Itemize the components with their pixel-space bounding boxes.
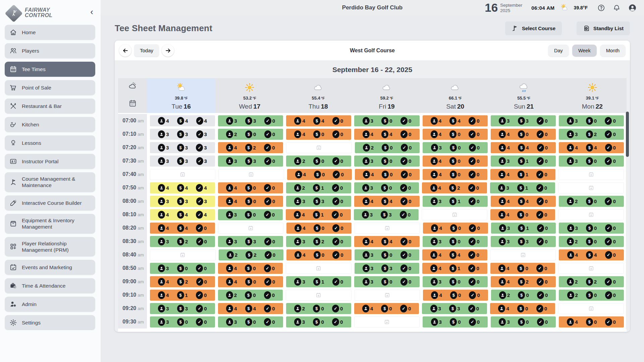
- tee-slot-orange[interactable]: 4 $ 4 ✓ 0: [150, 223, 215, 234]
- tee-slot-green[interactable]: 3 $ 2 ✓ 0: [559, 129, 624, 140]
- tee-slot-empty[interactable]: [286, 290, 352, 301]
- tee-slot-green[interactable]: 2 $ 0 ✓ 0: [286, 156, 351, 167]
- help-icon[interactable]: [597, 4, 605, 12]
- previous-week-button[interactable]: [119, 44, 131, 57]
- sidebar-item-equipment-inventory-management[interactable]: Equipment & Inventory Management: [5, 214, 95, 234]
- tee-slot-green[interactable]: 3 $ 3 ✓ 0: [218, 115, 283, 126]
- tee-slot-orange[interactable]: 4 $ 1 ✓ 0: [422, 263, 487, 274]
- tee-slot-empty[interactable]: [218, 223, 284, 234]
- tee-slot-orange[interactable]: 4 $ 4 ✓ 0: [354, 129, 419, 140]
- tee-slot-orange[interactable]: 4 $ 0 ✓ 0: [559, 316, 624, 327]
- tee-slot-orange[interactable]: 4 $ 0 ✓ 0: [354, 303, 419, 314]
- tee-slot-green[interactable]: 3 $ 0 ✓ 0: [150, 263, 215, 274]
- tee-slot-orange[interactable]: 4 $ 4 ✓ 0: [354, 236, 419, 247]
- tee-slot-green[interactable]: 2 $ 2 ✓ 0: [559, 276, 624, 287]
- tee-slot-empty[interactable]: [355, 223, 420, 234]
- grid-scrollbar-thumb[interactable]: [626, 112, 629, 157]
- tee-slot-green[interactable]: 3 $ 0 ✓ 0: [354, 115, 419, 126]
- tee-slot-orange[interactable]: 4 $ 0 ✓ 0: [423, 169, 487, 180]
- tee-slot-orange[interactable]: 4 $ 2 ✓ 0: [422, 182, 487, 193]
- notifications-bell-icon[interactable]: [613, 4, 621, 12]
- tee-slot-empty[interactable]: [286, 142, 352, 153]
- tee-slot-today[interactable]: 3 $ 3 ✓ 3: [150, 142, 215, 153]
- tee-slot-orange[interactable]: 4 $ 0 ✓ 0: [490, 209, 555, 220]
- tee-slot-green[interactable]: 3 $ 1 ✓ 0: [491, 156, 556, 167]
- tee-slot-orange[interactable]: 4 $ 4 ✓ 0: [422, 249, 487, 260]
- tee-slot-orange[interactable]: 4 $ 1 ✓ 0: [490, 169, 555, 180]
- tee-slot-orange[interactable]: 4 $ 2 ✓ 0: [150, 276, 215, 287]
- tee-slot-empty[interactable]: [558, 182, 624, 193]
- tee-slot-green[interactable]: 3 $ 0 ✓ 0: [559, 156, 624, 167]
- tee-slot-green[interactable]: 3 $ 0 ✓ 0: [423, 142, 488, 153]
- tee-slot-orange[interactable]: 4 $ 4 ✓ 0: [423, 115, 488, 126]
- tee-slot-today[interactable]: 3 $ 3 ✓ 3: [150, 156, 215, 167]
- tee-slot-orange[interactable]: 4 $ 0 ✓ 0: [286, 249, 352, 260]
- tee-slot-green[interactable]: 3 $ 2 ✓ 0: [286, 236, 351, 247]
- tee-slot-empty[interactable]: [150, 169, 215, 180]
- standby-list-button[interactable]: Standby List: [577, 21, 630, 35]
- tee-slot-green[interactable]: 3 $ 0 ✓ 0: [354, 182, 419, 193]
- tee-slot-orange[interactable]: 4 $ 4 ✓ 0: [286, 115, 351, 126]
- tee-slot-orange[interactable]: 4 $ 1 ✓ 0: [286, 209, 351, 220]
- tee-slot-empty[interactable]: [150, 249, 216, 260]
- tee-slot-orange[interactable]: 4 $ 0 ✓ 0: [287, 169, 352, 180]
- tee-slot-orange[interactable]: 4 $ 0 ✓ 0: [355, 169, 420, 180]
- tee-slot-orange[interactable]: 4 $ 4 ✓ 0: [491, 196, 556, 207]
- tee-slot-green[interactable]: 2 $ 0 ✓ 0: [218, 290, 283, 301]
- sidebar-item-instructor-portal[interactable]: Instructor Portal: [5, 154, 95, 169]
- sidebar-collapse-button[interactable]: ‹: [90, 7, 95, 18]
- tee-slot-green[interactable]: 3 $ 3 ✓ 0: [218, 156, 283, 167]
- sidebar-item-settings[interactable]: Settings: [5, 315, 95, 330]
- tee-slot-green[interactable]: 3 $ 1 ✓ 0: [423, 196, 488, 207]
- tee-slot-green[interactable]: 3 $ 1 ✓ 0: [286, 276, 351, 287]
- tee-slot-green[interactable]: 3 $ 0 ✓ 0: [355, 249, 420, 260]
- tee-slot-orange[interactable]: 4 $ 0 ✓ 0: [218, 276, 283, 287]
- tee-slot-orange[interactable]: 4 $ 0 ✓ 0: [423, 223, 488, 234]
- tee-slot-green[interactable]: 3 $ 3 ✓ 0: [218, 236, 283, 247]
- tee-slot-empty[interactable]: [558, 263, 624, 274]
- tee-slot-green[interactable]: 3 $ 1 ✓ 0: [490, 182, 555, 193]
- tee-slot-green[interactable]: 3 $ 3 ✓ 0: [354, 209, 419, 220]
- sidebar-item-tee-times[interactable]: Tee Times: [5, 62, 95, 77]
- tee-slot-green[interactable]: 3 $ 1 ✓ 0: [491, 223, 556, 234]
- tee-slot-orange[interactable]: 4 $ 0 ✓ 0: [490, 263, 555, 274]
- view-day-button[interactable]: Day: [548, 45, 569, 57]
- tee-slot-today[interactable]: 4 $ 4 ✓ 4: [150, 115, 215, 126]
- sidebar-item-home[interactable]: Home: [5, 25, 95, 40]
- tee-slot-green[interactable]: 3 $ 3 ✓ 0: [150, 303, 215, 314]
- sidebar-item-point-of-sale[interactable]: Point of Sale: [5, 80, 95, 95]
- tee-slot-green[interactable]: 2 $ 0 ✓ 0: [218, 129, 283, 140]
- tee-slot-orange[interactable]: 4 $ 4 ✓ 0: [218, 303, 283, 314]
- tee-slot-green[interactable]: 2 $ 0 ✓ 0: [559, 196, 624, 207]
- select-course-button[interactable]: Select Course: [505, 21, 562, 35]
- tee-slot-orange[interactable]: 4 $ 2 ✓ 0: [218, 142, 283, 153]
- tee-slot-empty[interactable]: [558, 169, 624, 180]
- tee-slot-orange[interactable]: 4 $ 0 ✓ 0: [218, 182, 283, 193]
- sidebar-item-time-attendance[interactable]: Time & Attendance: [5, 278, 95, 293]
- next-week-button[interactable]: [162, 44, 174, 57]
- tee-slot-green[interactable]: 3 $ 3 ✓ 0: [286, 196, 351, 207]
- tee-slot-orange[interactable]: 4 $ 4 ✓ 0: [354, 196, 419, 207]
- tee-slot-green[interactable]: 2 $ 0 ✓ 0: [491, 290, 556, 301]
- tee-slot-green[interactable]: 3 $ 0 ✓ 0: [150, 316, 215, 327]
- sidebar-item-lessons[interactable]: Lessons: [5, 135, 95, 150]
- tee-slot-green[interactable]: 2 $ 1 ✓ 0: [286, 182, 351, 193]
- tee-slot-green[interactable]: 2 $ 2 ✓ 0: [219, 249, 284, 260]
- sidebar-item-kitchen[interactable]: Kitchen: [5, 117, 95, 132]
- today-button[interactable]: Today: [134, 44, 159, 57]
- tee-slot-orange[interactable]: 4 $ 0 ✓ 0: [286, 223, 352, 234]
- view-month-button[interactable]: Month: [600, 45, 626, 57]
- tee-slot-orange[interactable]: 4 $ 0 ✓ 0: [423, 129, 488, 140]
- tee-slot-orange[interactable]: 4 $ 0 ✓ 0: [490, 303, 555, 314]
- tee-slot-orange[interactable]: 4 $ 0 ✓ 0: [218, 263, 283, 274]
- sidebar-item-player-relationship-management-prm[interactable]: Player Relationship Management (PRM): [5, 237, 95, 257]
- tee-slot-yellow[interactable]: 4 $ 4 ✓ 4: [150, 209, 215, 220]
- tee-slot-orange[interactable]: 4 $ 4 ✓ 0: [491, 142, 556, 153]
- tee-slot-orange[interactable]: 4 $ 4 ✓ 0: [559, 142, 624, 153]
- tee-slot-green[interactable]: 3 $ 0 ✓ 0: [423, 316, 488, 327]
- tee-slot-green[interactable]: 3 $ 0 ✓ 0: [559, 115, 624, 126]
- tee-slot-empty[interactable]: [422, 209, 487, 220]
- tee-slot-orange[interactable]: 4 $ 4 ✓ 0: [559, 249, 624, 260]
- tee-slot-yellow[interactable]: 3 $ 3 ✓ 3: [150, 196, 215, 207]
- tee-slot-green[interactable]: 3 $ 0 ✓ 0: [218, 209, 283, 220]
